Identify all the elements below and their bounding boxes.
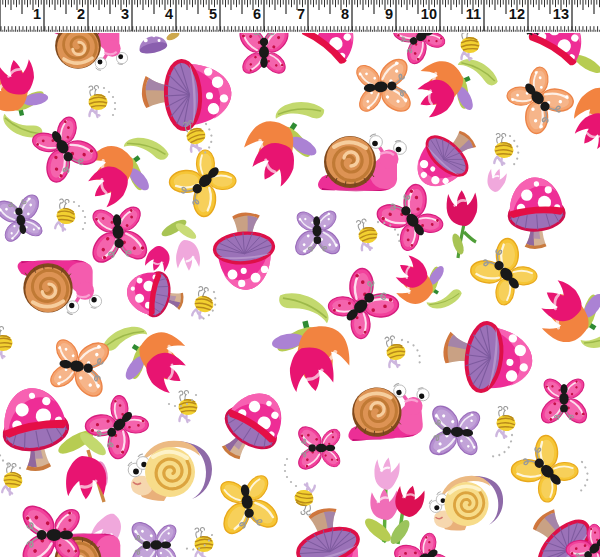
svg-text:10: 10 (421, 6, 437, 22)
svg-text:8: 8 (341, 6, 349, 22)
svg-text:1: 1 (33, 6, 41, 22)
svg-text:2: 2 (77, 6, 85, 22)
svg-text:13: 13 (553, 6, 569, 22)
svg-text:6: 6 (253, 6, 261, 22)
svg-text:4: 4 (165, 6, 173, 22)
svg-text:12: 12 (509, 6, 525, 22)
svg-text:7: 7 (297, 6, 305, 22)
svg-text:5: 5 (209, 6, 217, 22)
svg-text:3: 3 (121, 6, 129, 22)
svg-text:9: 9 (385, 6, 393, 22)
svg-text:11: 11 (466, 6, 481, 22)
